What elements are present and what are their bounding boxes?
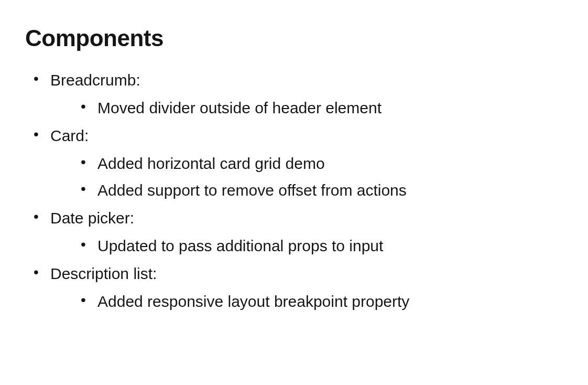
list-item: Description list: Added responsive layou… [50, 262, 563, 313]
components-list: Breadcrumb: Moved divider outside of hea… [25, 68, 563, 313]
change-item: Updated to pass additional props to inpu… [97, 234, 563, 258]
change-item: Added responsive layout breakpoint prope… [97, 290, 563, 313]
component-name: Card: [50, 127, 89, 144]
changes-list: Added responsive layout breakpoint prope… [50, 290, 563, 313]
component-name: Breadcrumb: [50, 71, 140, 89]
component-name: Description list: [50, 265, 157, 282]
component-name: Date picker: [50, 209, 134, 227]
change-item: Added support to remove offset from acti… [97, 178, 563, 202]
list-item: Date picker: Updated to pass additional … [50, 206, 563, 258]
changes-list: Moved divider outside of header element [50, 96, 563, 120]
list-item: Card: Added horizontal card grid demo Ad… [50, 124, 563, 202]
change-item: Added horizontal card grid demo [97, 152, 563, 175]
changes-list: Updated to pass additional props to inpu… [50, 234, 563, 258]
section-heading: Components [25, 25, 563, 51]
list-item: Breadcrumb: Moved divider outside of hea… [50, 68, 563, 120]
changes-list: Added horizontal card grid demo Added su… [50, 152, 563, 202]
change-item: Moved divider outside of header element [97, 96, 563, 120]
